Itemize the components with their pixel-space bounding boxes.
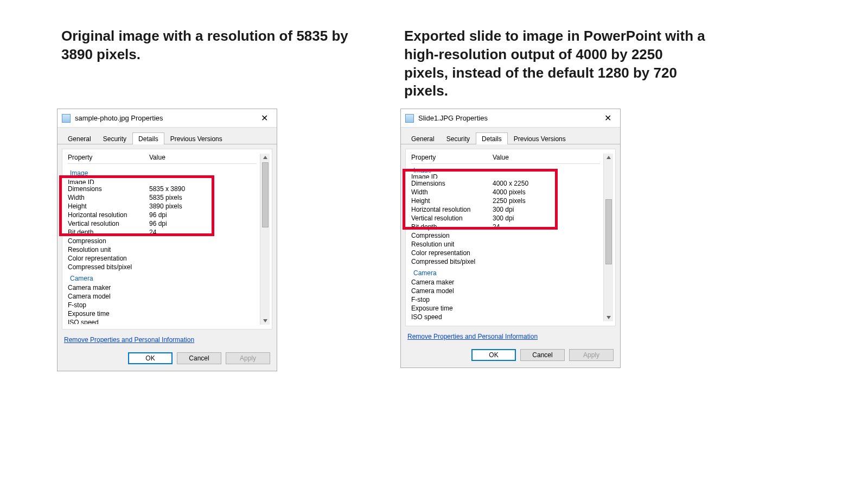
titlebar: Slide1.JPG Properties ✕: [401, 109, 620, 128]
row-resunit: Resolution unit: [68, 245, 257, 254]
row-vres: Vertical resolution300 dpi: [411, 214, 600, 223]
row-exptime: Exposure time: [411, 304, 600, 313]
row-iso: ISO speed: [411, 313, 600, 321]
group-camera: Camera: [68, 271, 257, 283]
scrollbar[interactable]: [603, 154, 613, 321]
row-exptime: Exposure time: [68, 309, 257, 318]
row-height: Height3890 pixels: [68, 202, 257, 211]
tabstrip: General Security Details Previous Versio…: [58, 128, 277, 144]
row-height: Height2250 pixels: [411, 197, 600, 205]
row-cammaker: Camera maker: [68, 283, 257, 292]
row-vres: Vertical resolution96 dpi: [68, 219, 257, 228]
row-bitdepth: Bit depth24: [68, 228, 257, 237]
row-width: Width4000 pixels: [411, 188, 600, 197]
button-row: OK Cancel Apply: [401, 346, 620, 367]
titlebar: sample-photo.jpg Properties ✕: [58, 109, 277, 128]
row-cammodel: Camera model: [68, 292, 257, 301]
header-value: Value: [493, 154, 600, 161]
scroll-up-icon[interactable]: [607, 156, 611, 159]
row-fstop: F-stop: [68, 301, 257, 309]
list-header: Property Value: [68, 154, 257, 164]
apply-button[interactable]: Apply: [226, 352, 270, 364]
tab-previous[interactable]: Previous Versions: [164, 132, 228, 144]
button-row: OK Cancel Apply: [58, 349, 277, 371]
apply-button[interactable]: Apply: [569, 349, 614, 361]
row-cammodel: Camera model: [411, 287, 600, 295]
link-row: Remove Properties and Personal Informati…: [401, 331, 620, 346]
row-hres: Horizontal resolution300 dpi: [411, 205, 600, 214]
row-cbpp: Compressed bits/pixel: [411, 257, 600, 266]
row-cbpp: Compressed bits/pixel: [68, 263, 257, 271]
scroll-thumb[interactable]: [262, 162, 269, 227]
caption-left: Original image with a resolution of 5835…: [61, 27, 381, 64]
row-bitdepth: Bit depth24: [411, 223, 600, 231]
ok-button[interactable]: OK: [128, 352, 173, 364]
row-resunit: Resolution unit: [411, 240, 600, 249]
details-panel: Property Value Image Image ID Dimensions…: [62, 149, 272, 329]
header-property: Property: [68, 154, 149, 161]
tab-previous[interactable]: Previous Versions: [508, 132, 572, 144]
scroll-down-icon[interactable]: [263, 319, 267, 322]
ok-button[interactable]: OK: [471, 349, 516, 361]
row-colorrep: Color representation: [68, 254, 257, 263]
scroll-down-icon[interactable]: [607, 316, 611, 319]
properties-dialog-right: Slide1.JPG Properties ✕ General Security…: [400, 109, 621, 368]
details-panel: Property Value Image Image ID Dimensions…: [405, 149, 616, 326]
caption-right: Exported slide to image in PowerPoint wi…: [404, 27, 708, 100]
property-list: Property Value Image Image ID Dimensions…: [65, 154, 260, 325]
close-icon[interactable]: ✕: [256, 113, 272, 123]
remove-properties-link[interactable]: Remove Properties and Personal Informati…: [407, 333, 538, 340]
link-row: Remove Properties and Personal Informati…: [58, 334, 277, 349]
tab-general[interactable]: General: [405, 132, 441, 144]
row-hres: Horizontal resolution96 dpi: [68, 211, 257, 219]
properties-dialog-left: sample-photo.jpg Properties ✕ General Se…: [57, 109, 277, 371]
row-dimensions: Dimensions4000 x 2250: [411, 179, 600, 188]
row-width: Width5835 pixels: [68, 193, 257, 202]
tab-details[interactable]: Details: [476, 132, 508, 144]
scroll-up-icon[interactable]: [263, 156, 267, 159]
tab-security[interactable]: Security: [97, 132, 132, 144]
window-title: Slide1.JPG Properties: [418, 114, 599, 122]
row-dimensions: Dimensions5835 x 3890: [68, 185, 257, 193]
tabstrip: General Security Details Previous Versio…: [401, 128, 620, 144]
row-iso: ISO speed: [68, 318, 257, 325]
file-icon: [62, 114, 71, 123]
row-compression: Compression: [411, 231, 600, 240]
header-value: Value: [149, 154, 257, 161]
row-image-id: Image ID: [68, 178, 257, 185]
tab-security[interactable]: Security: [441, 132, 476, 144]
group-camera: Camera: [411, 266, 600, 278]
tab-details[interactable]: Details: [132, 132, 164, 144]
list-header: Property Value: [411, 154, 600, 164]
remove-properties-link[interactable]: Remove Properties and Personal Informati…: [64, 336, 194, 344]
tab-general[interactable]: General: [62, 132, 97, 144]
group-image-cut: Image: [411, 166, 600, 173]
row-colorrep: Color representation: [411, 249, 600, 257]
property-list: Property Value Image Image ID Dimensions…: [408, 154, 603, 321]
scrollbar[interactable]: [260, 154, 270, 325]
row-image-id: Image ID: [411, 173, 600, 179]
group-image: Image: [68, 166, 257, 178]
header-property: Property: [411, 154, 493, 161]
cancel-button[interactable]: Cancel: [177, 352, 221, 364]
scroll-thumb[interactable]: [605, 199, 612, 264]
row-fstop: F-stop: [411, 295, 600, 304]
row-compression: Compression: [68, 237, 257, 245]
close-icon[interactable]: ✕: [599, 113, 616, 123]
file-icon: [405, 114, 414, 123]
row-cammaker: Camera maker: [411, 278, 600, 287]
window-title: sample-photo.jpg Properties: [75, 114, 256, 122]
cancel-button[interactable]: Cancel: [520, 349, 565, 361]
